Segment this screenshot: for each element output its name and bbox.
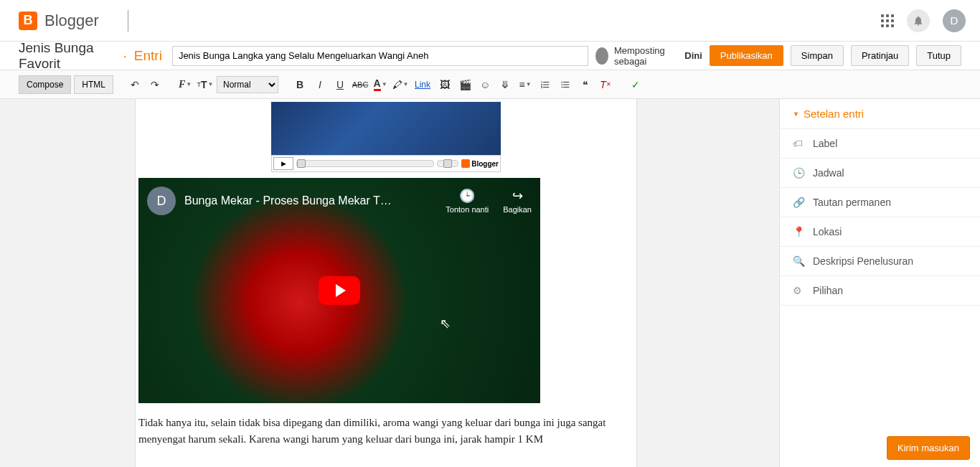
undo-icon[interactable]: ↶ (126, 76, 143, 93)
link-icon: 🔗 (793, 197, 804, 208)
blog-name[interactable]: Jenis Bunga Favorit (19, 40, 116, 72)
posting-user-name[interactable]: Dini (684, 50, 702, 61)
share-button[interactable]: ↪Bagikan (503, 188, 532, 214)
video-title[interactable]: Bunga Mekar - Proses Bunga Mekar T… (184, 194, 437, 207)
caret-down-icon: ▼ (793, 110, 799, 118)
editor-canvas[interactable]: ▶ Blogger D Bunga Mekar - Proses Bunga M… (135, 99, 637, 467)
sidebar-header[interactable]: ▼ Setelan entri (780, 99, 980, 128)
video-icon[interactable]: 🎬 (456, 76, 473, 93)
breadcrumb-separator: · (123, 48, 127, 64)
emoji-icon[interactable]: ☺ (476, 76, 494, 93)
spellcheck-icon[interactable]: ✓ (627, 76, 644, 93)
bullet-list-icon[interactable] (557, 76, 574, 93)
highlight-icon[interactable]: 🖍▼ (392, 76, 409, 93)
blogger-badge[interactable]: Blogger (461, 159, 499, 168)
send-feedback-button[interactable]: Kirim masukan (887, 436, 970, 460)
user-avatar[interactable]: D (943, 9, 966, 32)
save-button[interactable]: Simpan (791, 45, 844, 66)
compose-tab[interactable]: Compose (19, 75, 71, 94)
sidebar-item-search-description[interactable]: 🔍Deskripsi Penelusuran (780, 246, 980, 275)
search-icon: 🔍 (793, 255, 804, 267)
font-size-icon[interactable]: TT▼ (197, 76, 214, 93)
numbered-list-icon[interactable] (537, 76, 554, 93)
notifications-icon[interactable] (907, 9, 930, 32)
sidebar-item-location[interactable]: 📍Lokasi (780, 217, 980, 246)
posting-as-label: Memposting sebagai (614, 45, 679, 67)
strikethrough-icon[interactable]: ABC (352, 76, 369, 93)
location-icon: 📍 (793, 226, 804, 237)
text-color-icon[interactable]: A▼ (372, 76, 389, 93)
slideshow-widget[interactable]: ▶ Blogger (271, 102, 501, 172)
product-name: Blogger (44, 11, 99, 30)
link-button[interactable]: Link (412, 80, 433, 90)
publish-button[interactable]: Publikasikan (710, 45, 783, 66)
breadcrumb-section[interactable]: Entri (134, 48, 162, 64)
remove-format-icon[interactable]: T✕ (597, 76, 614, 93)
redo-icon[interactable]: ↷ (146, 76, 164, 93)
preview-button[interactable]: Pratinjau (851, 45, 909, 66)
tag-icon: 🏷 (793, 138, 804, 149)
sidebar-item-permalink[interactable]: 🔗Tautan permanen (780, 187, 980, 217)
bold-icon[interactable]: B (291, 76, 308, 93)
font-family-icon[interactable]: F▼ (176, 76, 194, 93)
slideshow-slider[interactable] (296, 160, 434, 167)
video-channel-avatar[interactable]: D (147, 187, 176, 215)
youtube-embed[interactable]: D Bunga Mekar - Proses Bunga Mekar T… 🕒T… (138, 178, 540, 403)
paragraph-format-select[interactable]: Normal (217, 76, 278, 93)
quote-icon[interactable]: ❝ (577, 76, 594, 93)
posting-user-avatar (595, 47, 608, 65)
insert-break-icon[interactable]: ⤋ (496, 76, 514, 93)
video-play-icon[interactable] (319, 276, 360, 305)
slideshow-image (271, 102, 501, 155)
blogger-logo-icon[interactable]: B (19, 11, 37, 30)
clock-icon: 🕒 (793, 167, 804, 179)
apps-icon[interactable] (881, 14, 894, 27)
sidebar-item-label[interactable]: 🏷Label (780, 128, 980, 158)
slideshow-play-icon[interactable]: ▶ (273, 157, 293, 170)
post-settings-sidebar: ▼ Setelan entri 🏷Label 🕒Jadwal 🔗Tautan p… (779, 99, 980, 467)
sidebar-item-options[interactable]: ⚙Pilihan (780, 275, 980, 306)
close-button[interactable]: Tutup (916, 45, 961, 66)
image-icon[interactable]: 🖼 (436, 76, 453, 93)
post-body-text[interactable]: Tidak hanya itu, selain tidak bisa dipeg… (138, 415, 633, 447)
slideshow-zoom-slider[interactable] (437, 160, 458, 167)
italic-icon[interactable]: I (311, 76, 329, 93)
html-tab[interactable]: HTML (74, 75, 113, 94)
mouse-cursor-icon: ⇖ (440, 316, 451, 331)
sidebar-item-schedule[interactable]: 🕒Jadwal (780, 158, 980, 187)
underline-icon[interactable]: U (331, 76, 349, 93)
align-icon[interactable]: ≡▼ (517, 76, 534, 93)
watch-later-button[interactable]: 🕒Tonton nanti (446, 188, 489, 214)
post-title-input[interactable] (172, 46, 588, 66)
header-divider (128, 10, 128, 32)
gear-icon: ⚙ (793, 285, 804, 296)
